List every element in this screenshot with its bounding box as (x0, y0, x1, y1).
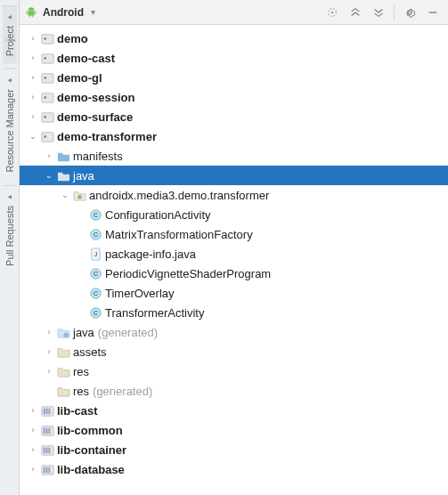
tree-node[interactable]: ›assets (20, 342, 448, 361)
svg-rect-2 (29, 11, 35, 15)
tree-node[interactable]: ›demo-cast (20, 48, 448, 68)
libmodule-icon (39, 424, 55, 437)
view-selector[interactable]: Android ▾ (25, 6, 99, 19)
android-icon (25, 6, 37, 19)
chevron-right-icon[interactable]: › (43, 367, 55, 376)
tree-node[interactable]: ⌄androidx.media3.demo.transformer (20, 185, 448, 205)
svg-point-21 (44, 135, 46, 138)
svg-rect-5 (29, 14, 30, 16)
tree-node[interactable]: ›demo (20, 28, 448, 48)
tree-node[interactable]: ›lib-container (20, 440, 448, 459)
select-opened-file-button[interactable] (322, 3, 342, 22)
svg-rect-49 (43, 467, 45, 473)
tree-node[interactable]: ›lib-common (20, 420, 448, 440)
svg-rect-50 (45, 467, 47, 473)
svg-text:C: C (93, 211, 98, 219)
svg-rect-16 (41, 93, 53, 101)
chevron-right-icon[interactable]: › (27, 73, 39, 82)
svg-rect-45 (43, 447, 45, 453)
tree-suffix: (generated) (94, 326, 158, 339)
chevron-right-icon[interactable]: › (27, 406, 39, 415)
tree-node[interactable]: ›CPeriodicVignetteShaderProgram (20, 264, 448, 283)
svg-rect-12 (41, 53, 53, 62)
tree-node[interactable]: ›res (20, 361, 448, 381)
tree-label: manifests (71, 150, 123, 163)
chevron-down-icon[interactable]: ⌄ (59, 191, 71, 199)
svg-text:C: C (93, 231, 98, 239)
svg-point-35 (63, 332, 69, 337)
chevron-down-icon[interactable]: ⌄ (43, 171, 55, 180)
folder-icon (55, 169, 71, 183)
chevron-down-icon[interactable]: ⌄ (27, 132, 39, 141)
expand-all-button[interactable] (346, 3, 365, 22)
tree-node[interactable]: ⌄java (20, 166, 448, 185)
tree-label: demo-cast (55, 52, 115, 65)
chevron-right-icon[interactable]: › (27, 465, 39, 474)
tree-node[interactable]: ›manifests (20, 146, 448, 166)
collapse-all-button[interactable] (369, 3, 388, 22)
settings-button[interactable] (400, 3, 419, 22)
folder-icon (55, 150, 71, 163)
svg-rect-37 (43, 408, 45, 414)
side-tab-resource-manager[interactable]: Resource Manager▸ (3, 69, 17, 180)
tree-node[interactable]: ›CTransformerActivity (20, 303, 448, 322)
chevron-right-icon[interactable]: › (27, 112, 39, 121)
tree-label: res (71, 365, 89, 378)
tree-node[interactable]: ›lib-cast (20, 401, 448, 420)
side-tab-project[interactable]: Project▸ (3, 5, 17, 63)
tree-label: MatrixTransformationFactory (103, 228, 253, 241)
side-tab-pull-requests[interactable]: Pull Requests▸ (3, 185, 17, 273)
chevron-right-icon[interactable]: › (27, 445, 39, 454)
chevron-right-icon[interactable]: › (43, 328, 55, 337)
tree-label: lib-container (55, 443, 126, 457)
tree-label: res (71, 385, 89, 398)
chevron-right-icon[interactable]: › (43, 347, 55, 356)
chevron-right-icon[interactable]: › (27, 53, 39, 62)
class-icon: C (87, 267, 103, 280)
svg-rect-43 (48, 427, 50, 434)
tree-label: demo-gl (55, 71, 102, 85)
tree-node[interactable]: ›res(generated) (20, 381, 448, 401)
tree-label: demo-transformer (55, 130, 157, 143)
tree-node[interactable]: ›lib-database (20, 459, 448, 479)
panel-header: Android ▾ (20, 0, 448, 25)
chevron-right-icon[interactable]: › (27, 34, 39, 43)
tree-node[interactable]: ›CConfigurationActivity (20, 205, 448, 224)
tree-label: TimerOverlay (103, 287, 175, 300)
chevron-down-icon[interactable]: ▾ (87, 7, 99, 17)
tree-label: lib-common (55, 424, 123, 437)
genfolder-icon (55, 326, 71, 339)
resfolder-icon (55, 365, 71, 378)
chevron-right-icon[interactable]: › (43, 151, 55, 160)
tree-label: PeriodicVignetteShaderProgram (103, 267, 271, 280)
class-icon: C (87, 306, 103, 320)
hide-button[interactable] (423, 3, 443, 22)
chevron-right-icon[interactable]: › (27, 426, 39, 434)
svg-point-17 (44, 96, 46, 99)
tree-node[interactable]: ›Jpackage-info.java (20, 244, 448, 264)
svg-rect-6 (32, 14, 33, 16)
tree-node[interactable]: ›CTimerOverlay (20, 283, 448, 303)
tree-node[interactable]: ›demo-surface (20, 107, 448, 126)
tree-label: java (71, 326, 94, 339)
svg-rect-4 (35, 11, 36, 14)
tree-label: ConfigurationActivity (103, 208, 211, 222)
chevron-right-icon[interactable]: › (27, 93, 39, 101)
tree-node[interactable]: ⌄demo-transformer (20, 126, 448, 146)
project-tree[interactable]: ›demo›demo-cast›demo-gl›demo-session›dem… (20, 25, 448, 495)
view-name: Android (41, 6, 84, 19)
package-icon (71, 189, 87, 202)
svg-point-13 (44, 57, 46, 60)
tree-node[interactable]: ›CMatrixTransformationFactory (20, 224, 448, 244)
project-panel: Android ▾ ›demo›demo-cast›demo-gl›demo-s… (20, 0, 448, 495)
tree-label: package-info.java (103, 248, 196, 261)
svg-point-19 (44, 116, 46, 118)
tree-suffix: (generated) (89, 385, 152, 398)
tree-node[interactable]: ›java(generated) (20, 322, 448, 342)
svg-point-8 (331, 11, 334, 13)
svg-rect-20 (41, 132, 53, 141)
tree-node[interactable]: ›demo-session (20, 87, 448, 107)
tree-label: java (71, 169, 94, 183)
tree-node[interactable]: ›demo-gl (20, 68, 448, 87)
svg-rect-18 (41, 112, 53, 121)
